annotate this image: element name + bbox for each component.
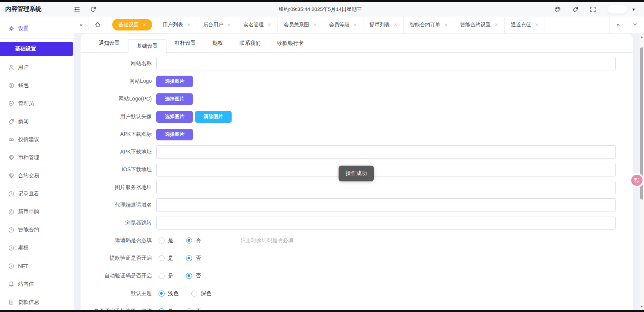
sidebar-item-新币申购[interactable]: 新币申购 <box>0 203 74 221</box>
shield-check-icon <box>8 100 14 107</box>
tabs-scroll-left-button[interactable]: « <box>74 17 89 33</box>
form-row-网站Logo(PC): 网站Logo(PC)选择图片 <box>81 92 633 106</box>
input-浏览器跳转[interactable] <box>156 216 616 230</box>
app-title: 内容管理系统 <box>0 5 74 13</box>
radio-unchecked-icon[interactable] <box>191 291 197 297</box>
tab-智能合约设置[interactable]: 智能合约设置✕ <box>454 17 505 33</box>
radio-unchecked-icon[interactable] <box>159 237 165 244</box>
sidebar-item-新闻[interactable]: 新闻 <box>0 113 74 131</box>
form-row-网站名称: 网站名称 <box>81 57 633 70</box>
refresh-icon[interactable] <box>90 6 96 12</box>
tabs-scroll-right-button[interactable]: » <box>609 17 627 33</box>
scroll-down-arrow-icon[interactable]: ▼ <box>639 305 644 308</box>
tab-提币列表[interactable]: 提币列表✕ <box>363 17 404 33</box>
close-icon[interactable]: ✕ <box>187 22 191 27</box>
home-icon <box>95 21 101 28</box>
input-IOS下载地址[interactable] <box>156 163 616 177</box>
radio-option-是[interactable]: 是 <box>159 255 173 262</box>
radio-option-是[interactable]: 是 <box>159 237 173 244</box>
tab-实名管理[interactable]: 实名管理✕ <box>237 17 278 33</box>
close-icon[interactable]: ✕ <box>227 22 231 27</box>
window-top-edge <box>0 0 644 2</box>
sidebar-item-钱包[interactable]: 钱包 <box>0 76 74 94</box>
sidebar-item-label: 合约交易 <box>18 172 39 179</box>
caret-down-icon[interactable]: ▼ <box>632 7 636 12</box>
tab-智能合约订单[interactable]: 智能合约订单✕ <box>404 17 454 33</box>
close-icon[interactable]: ✕ <box>535 22 539 27</box>
radio-option-否[interactable]: 否 <box>186 237 201 244</box>
radio-option-浅色[interactable]: 浅色 <box>159 290 179 297</box>
settings-tab-收款银行卡[interactable]: 收款银行卡 <box>269 34 312 52</box>
sidebar-item-label: 钱包 <box>18 82 29 89</box>
scroll-up-arrow-icon[interactable]: ▲ <box>639 35 644 38</box>
radio-unchecked-icon[interactable] <box>159 273 165 279</box>
tab-会员关系图[interactable]: 会员关系图✕ <box>278 17 323 33</box>
radio-option-深色[interactable]: 深色 <box>191 290 211 297</box>
sidebar-item-记录查看[interactable]: 记录查看 <box>0 185 74 203</box>
settings-tab-联系我们[interactable]: 联系我们 <box>231 34 269 52</box>
radio-option-label: 否 <box>195 255 201 262</box>
radio-option-否[interactable]: 否 <box>186 272 201 279</box>
tab-通道充值[interactable]: 通道充值✕ <box>505 17 545 33</box>
input-图片服务器地址[interactable] <box>156 181 616 194</box>
choose-image-button[interactable]: 选择图片 <box>156 76 193 87</box>
tab-基础设置[interactable]: 基础设置✕ <box>112 19 152 30</box>
radio-checked-icon[interactable] <box>159 291 165 297</box>
sidebar-item-期权[interactable]: 期权 <box>0 239 74 257</box>
sidebar-subitem-基础设置[interactable]: 基础设置 <box>0 42 73 56</box>
palette-icon[interactable] <box>554 6 561 12</box>
settings-tab-基础设置[interactable]: 基础设置 <box>128 39 166 53</box>
close-icon[interactable]: ✕ <box>494 22 498 27</box>
radio-option-label: 是 <box>168 272 173 279</box>
radio-unchecked-icon[interactable] <box>159 255 165 261</box>
tab-后台用户[interactable]: 后台用户✕ <box>197 17 237 33</box>
tab-会员等级[interactable]: 会员等级✕ <box>323 17 363 33</box>
settings-form: 网站名称网站Logo选择图片网站Logo(PC)选择图片用户默认头像选择图片清除… <box>81 53 633 312</box>
dollar-circle-icon <box>8 82 14 88</box>
input-网站名称[interactable] <box>156 57 616 70</box>
tab-用户列表[interactable]: 用户列表✕ <box>157 17 197 33</box>
form-row-默认主题: 默认主题浅色深色 <box>81 287 633 300</box>
choose-image-button[interactable]: 选择图片 <box>156 93 193 105</box>
radio-checked-icon[interactable] <box>186 273 192 279</box>
sidebar-item-设置[interactable]: 设置 <box>0 20 74 37</box>
tab-label: 智能合约设置 <box>460 21 491 28</box>
radio-checked-icon[interactable] <box>186 237 192 244</box>
close-icon[interactable]: ✕ <box>313 22 317 27</box>
translate-fab-button[interactable]: 中 A <box>631 175 642 186</box>
sidebar-item-NFT[interactable]: NFT <box>0 257 74 275</box>
radio-option-否[interactable]: 否 <box>186 255 201 262</box>
settings-tab-杠杆设置[interactable]: 杠杆设置 <box>166 34 204 52</box>
clear-image-button[interactable]: 清除图片 <box>195 111 232 123</box>
close-icon[interactable]: ✕ <box>394 22 397 27</box>
sidebar-item-贷款信息[interactable]: 贷款信息 <box>0 293 74 311</box>
settings-tab-期权[interactable]: 期权 <box>204 34 231 52</box>
menu-fold-icon[interactable] <box>74 6 80 12</box>
fullscreen-icon[interactable] <box>590 6 596 12</box>
field-label: APK下载地址 <box>81 149 156 155</box>
sidebar-item-站内信[interactable]: 站内信 <box>0 275 74 293</box>
user-pill[interactable] <box>607 5 627 14</box>
sidebar-item-合约交易[interactable]: 合约交易 <box>0 167 74 185</box>
sidebar-item-智能合约[interactable]: 智能合约 <box>0 221 74 239</box>
choose-image-button[interactable]: 选择图片 <box>156 111 193 123</box>
close-icon[interactable]: ✕ <box>142 22 146 27</box>
radio-checked-icon[interactable] <box>186 255 192 261</box>
choose-image-button[interactable]: 选择图片 <box>156 129 193 140</box>
tag-icon[interactable] <box>572 6 578 12</box>
field-label: IOS下载地址 <box>81 166 156 173</box>
sidebar-item-用户[interactable]: 用户 <box>0 58 74 76</box>
close-icon[interactable]: ✕ <box>353 22 357 27</box>
sidebar-item-投拆建议[interactable]: 投拆建议 <box>0 131 74 149</box>
input-APK下载地址[interactable] <box>156 145 616 159</box>
settings-tab-通知设置[interactable]: 通知设置 <box>90 34 128 52</box>
sidebar-item-币种管理[interactable]: 币种管理 <box>0 149 74 167</box>
translate-icon: 中 A <box>633 177 640 184</box>
close-icon[interactable]: ✕ <box>444 22 448 27</box>
radio-option-是[interactable]: 是 <box>159 272 173 279</box>
home-tab-button[interactable] <box>89 17 107 33</box>
sidebar-item-管理员[interactable]: 管理员 <box>0 94 74 113</box>
tabs-menu-button[interactable] <box>627 17 644 33</box>
input-代理端邀请域名[interactable] <box>156 198 616 212</box>
close-icon[interactable]: ✕ <box>267 22 271 27</box>
